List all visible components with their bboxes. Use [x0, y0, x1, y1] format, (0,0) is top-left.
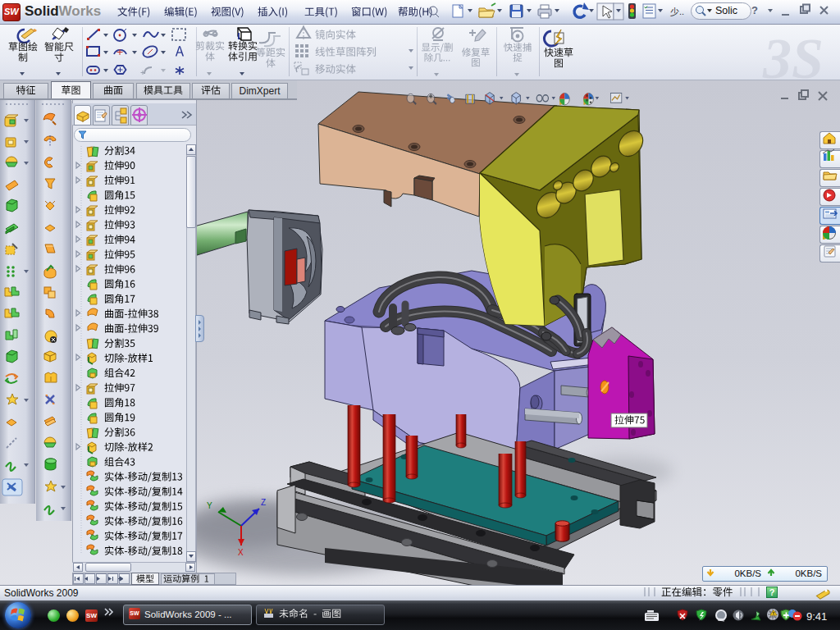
svg-text:X: X — [238, 548, 244, 557]
svg-text:Y: Y — [207, 501, 212, 510]
svg-text:Z: Z — [261, 498, 266, 507]
